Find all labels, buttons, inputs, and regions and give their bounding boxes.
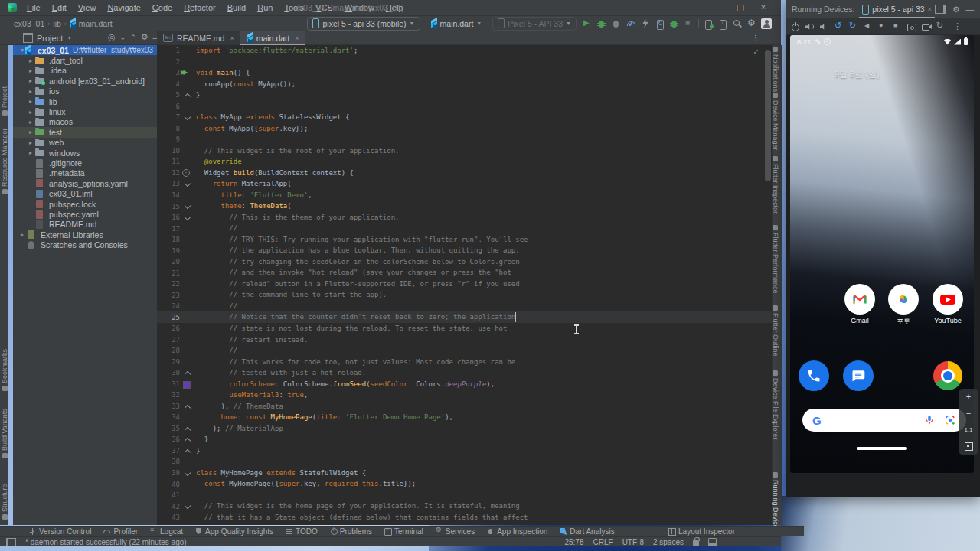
hot-reload-icon[interactable] bbox=[640, 18, 651, 29]
stripe-device-file-explorer[interactable]: Device File Explorer bbox=[772, 370, 779, 440]
code-line[interactable]: 43 // that it has a State object (define… bbox=[157, 512, 772, 523]
toolwindow-terminal[interactable]: Terminal bbox=[378, 527, 430, 536]
code-line[interactable]: 7class MyApp extends StatelessWidget { bbox=[157, 112, 772, 123]
fold-icon[interactable] bbox=[185, 438, 191, 444]
tab-readme-md[interactable]: M↓README.md× bbox=[157, 31, 240, 44]
line-number[interactable]: 15 bbox=[157, 203, 180, 210]
code-line[interactable]: 42 // This widget is the home page of yo… bbox=[157, 500, 772, 512]
more-button[interactable] bbox=[950, 21, 961, 32]
code-line[interactable]: 33 ), // ThemeData bbox=[157, 401, 772, 412]
tree-item[interactable]: .gitignore bbox=[13, 158, 157, 168]
tree-item[interactable]: ▸test bbox=[13, 127, 157, 137]
tree-item[interactable]: analysis_options.yaml bbox=[13, 178, 157, 188]
line-number[interactable]: 40 bbox=[157, 481, 180, 488]
power-button[interactable] bbox=[790, 21, 801, 32]
line-number[interactable]: 4 bbox=[157, 80, 180, 88]
tree-item[interactable]: ▸web bbox=[13, 138, 157, 148]
line-number[interactable]: 39 bbox=[157, 469, 180, 477]
menu-navigate[interactable]: Navigate bbox=[102, 3, 145, 12]
code-line[interactable]: 28 // bbox=[157, 345, 772, 357]
zoom-in-button[interactable]: + bbox=[966, 393, 971, 401]
code-line[interactable]: 18 // TRY THIS: Try running your applica… bbox=[157, 234, 772, 246]
line-number[interactable]: 14 bbox=[157, 191, 180, 199]
run-icon[interactable]: ▶▶ bbox=[181, 69, 185, 76]
search-everywhere-icon[interactable] bbox=[732, 18, 743, 29]
code-line[interactable]: 22 // reload" button in a Flutter-suppor… bbox=[157, 279, 772, 290]
attach-debugger-icon[interactable] bbox=[611, 18, 622, 29]
code-line[interactable]: 21 // and then invoke "hot reload" (save… bbox=[157, 267, 772, 279]
line-number[interactable]: 13 bbox=[157, 180, 180, 187]
code-line[interactable]: 23 // the command line to start the app)… bbox=[157, 289, 772, 301]
tree-item[interactable]: ▸linux bbox=[13, 106, 157, 116]
volume-up-button[interactable] bbox=[805, 21, 815, 32]
dock-phone[interactable] bbox=[799, 360, 829, 391]
stripe-bookmarks[interactable]: Bookmarks bbox=[1, 349, 8, 391]
run-configuration-selector[interactable]: main.dart ▼ bbox=[426, 17, 488, 31]
tree-item[interactable]: README.md bbox=[13, 220, 157, 230]
menu-view[interactable]: View bbox=[73, 3, 102, 12]
code-line[interactable]: 4 runApp(const MyApp()); bbox=[157, 79, 772, 90]
line-number[interactable]: 34 bbox=[157, 413, 180, 421]
code-line[interactable]: 8 const MyApp({super.key}); bbox=[157, 123, 772, 135]
tree-item[interactable]: ex03_01.iml bbox=[13, 189, 157, 199]
override-icon[interactable]: ↑ bbox=[182, 169, 190, 177]
code-line[interactable]: 37} bbox=[157, 445, 772, 457]
code-line[interactable]: 34 home: const MyHomePage(title: 'Flutte… bbox=[157, 412, 772, 423]
code-line[interactable]: 35 ); // MaterialApp bbox=[157, 423, 772, 435]
locate-icon[interactable]: ◎ bbox=[108, 32, 116, 42]
attach-flutter-icon[interactable] bbox=[669, 18, 680, 29]
line-number[interactable]: 29 bbox=[157, 358, 180, 366]
toolwindow-layout-inspector[interactable]: Layout Inspector bbox=[662, 527, 804, 536]
lens-icon[interactable] bbox=[944, 414, 956, 426]
line-number[interactable]: 36 bbox=[157, 435, 180, 443]
line-number[interactable]: 11 bbox=[157, 158, 180, 165]
chevron-icon[interactable]: ▸ bbox=[29, 77, 35, 84]
line-number[interactable]: 22 bbox=[157, 280, 180, 288]
gear-icon[interactable]: ⚙ bbox=[141, 32, 149, 42]
minimize-button[interactable]: – bbox=[706, 0, 729, 15]
code-editor[interactable]: 1import 'package:flutter/material.dart';… bbox=[157, 45, 772, 525]
code-line[interactable]: 39class MyHomePage extends StatefulWidge… bbox=[157, 468, 772, 479]
chevron-icon[interactable]: ▸ bbox=[29, 139, 35, 146]
tree-item[interactable]: ▸lib bbox=[13, 96, 157, 106]
code-line[interactable]: 20 // try changing the seedColor in the … bbox=[157, 256, 772, 268]
stripe-notifications[interactable]: Notifications bbox=[772, 47, 779, 92]
line-number[interactable]: 21 bbox=[157, 269, 180, 277]
line-number[interactable]: 30 bbox=[157, 369, 180, 377]
menu-run[interactable]: Run bbox=[252, 3, 278, 12]
line-number[interactable]: 24 bbox=[157, 302, 180, 310]
hot-restart-icon[interactable] bbox=[655, 18, 665, 29]
overview-button[interactable] bbox=[892, 21, 903, 32]
close-icon[interactable]: × bbox=[230, 34, 234, 42]
code-line[interactable]: 11 @override bbox=[157, 156, 772, 168]
code-line[interactable]: 12↑ Widget build(BuildContext context) { bbox=[157, 168, 772, 179]
code-line[interactable]: 5} bbox=[157, 90, 772, 101]
line-number[interactable]: 26 bbox=[157, 324, 180, 332]
stripe-flutter-outline[interactable]: Flutter Outline bbox=[772, 305, 779, 357]
profiler-icon[interactable] bbox=[626, 18, 636, 29]
line-number[interactable]: 5 bbox=[157, 91, 180, 99]
code-line[interactable]: 10 // This widget is the root of your ap… bbox=[157, 145, 772, 157]
code-line[interactable]: 38 bbox=[157, 456, 772, 468]
zoom-out-button[interactable]: − bbox=[966, 409, 971, 418]
line-number[interactable]: 33 bbox=[157, 403, 180, 410]
back-button[interactable] bbox=[863, 21, 874, 32]
menu-build[interactable]: Build bbox=[222, 3, 251, 12]
caret-position[interactable]: 25:78 bbox=[564, 538, 583, 546]
tree-item[interactable]: .metadata bbox=[13, 168, 157, 178]
line-number[interactable]: 41 bbox=[157, 491, 180, 499]
close-button[interactable]: × bbox=[752, 0, 775, 15]
line-number[interactable]: 9 bbox=[157, 135, 180, 143]
line-number[interactable]: 23 bbox=[157, 292, 180, 299]
chevron-icon[interactable]: ▸ bbox=[29, 119, 35, 126]
breadcrumb-item[interactable]: ex03_01 bbox=[14, 19, 44, 28]
toolwindow-logcat[interactable]: Logcat bbox=[144, 527, 189, 536]
tree-item[interactable]: ▸windows bbox=[13, 148, 157, 158]
tree-item[interactable]: pubspec.yaml bbox=[13, 209, 157, 219]
snapshot-button[interactable] bbox=[936, 21, 946, 32]
maximize-button[interactable]: ▢ bbox=[729, 0, 752, 15]
line-number[interactable]: 32 bbox=[157, 391, 180, 399]
code-line[interactable]: 17 // bbox=[157, 223, 772, 234]
device-tab[interactable]: pixel 5 - api 33 × bbox=[862, 0, 932, 18]
toolwindow-profiler[interactable]: Profiler bbox=[97, 527, 144, 536]
